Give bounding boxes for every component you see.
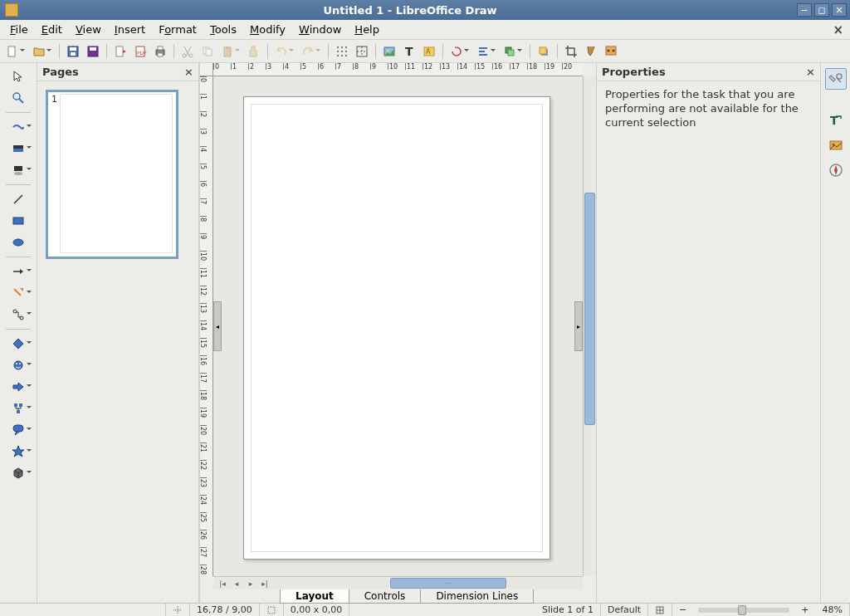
- statusbar: 16,78 / 9,00 0,00 x 0,00 Slide 1 of 1 De…: [0, 603, 850, 616]
- status-blank: [0, 604, 166, 616]
- curve-tool[interactable]: [3, 283, 33, 303]
- fill-color-tool[interactable]: [3, 139, 33, 159]
- vertical-scrollbar[interactable]: [583, 76, 596, 576]
- drawing-page[interactable]: [243, 96, 550, 560]
- helplines-button[interactable]: [353, 42, 371, 61]
- insert-fontwork-button[interactable]: A: [420, 42, 438, 61]
- shadow-button[interactable]: [535, 42, 553, 61]
- menu-format[interactable]: Format: [152, 22, 203, 37]
- block-arrows-tool[interactable]: [3, 377, 33, 397]
- menu-view[interactable]: View: [69, 22, 108, 37]
- export-button[interactable]: [111, 42, 129, 61]
- close-window-button[interactable]: ✕: [832, 3, 847, 17]
- sidebar-navigator-icon[interactable]: [825, 159, 847, 181]
- open-button[interactable]: [30, 42, 48, 61]
- clone-format-button[interactable]: [245, 42, 263, 61]
- grid-button[interactable]: [333, 42, 351, 61]
- standard-toolbar: PDF T A: [0, 40, 850, 63]
- flowchart-tool[interactable]: [3, 398, 33, 418]
- zoom-in-icon[interactable]: +: [794, 604, 815, 616]
- collapse-right-handle[interactable]: ▸: [574, 301, 583, 351]
- horizontal-ruler[interactable]: 01234567891011121314151617181920: [213, 63, 583, 76]
- copy-button[interactable]: [198, 42, 217, 61]
- export-pdf-button[interactable]: PDF: [131, 42, 149, 61]
- redo-button[interactable]: [299, 42, 317, 61]
- svg-rect-49: [14, 166, 22, 171]
- svg-rect-10: [158, 46, 163, 50]
- gluepoints-button[interactable]: [602, 42, 620, 61]
- page-thumbnail[interactable]: 1: [46, 90, 178, 259]
- insert-text-button[interactable]: T: [400, 42, 418, 61]
- zoom-out-icon[interactable]: −: [672, 604, 693, 616]
- menu-tools[interactable]: Tools: [203, 22, 243, 37]
- svg-text:T: T: [405, 45, 413, 58]
- basic-shapes-tool[interactable]: [3, 334, 33, 354]
- rectangle-tool[interactable]: [3, 211, 33, 231]
- vertical-ruler[interactable]: 0123456789101112131415161718192021222324…: [200, 76, 213, 576]
- ellipse-tool[interactable]: [3, 232, 33, 252]
- properties-panel: Properties × Properties for the task tha…: [596, 63, 820, 603]
- insert-image-button[interactable]: [380, 42, 398, 61]
- menu-window[interactable]: Window: [292, 22, 348, 37]
- menu-modify[interactable]: Modify: [243, 22, 292, 37]
- close-document-button[interactable]: ×: [833, 22, 843, 37]
- horizontal-scrollbar[interactable]: ⋯: [274, 577, 583, 589]
- sidebar-gallery-icon[interactable]: [825, 134, 847, 156]
- star-tool[interactable]: [3, 442, 33, 462]
- svg-point-21: [337, 51, 339, 52]
- next-page-button[interactable]: ▸: [245, 579, 256, 589]
- pages-panel-title: Pages: [42, 66, 79, 78]
- crop-button[interactable]: [562, 42, 580, 61]
- undo-button[interactable]: [272, 42, 291, 61]
- filter-button[interactable]: [582, 42, 600, 61]
- zoom-percent[interactable]: 48%: [816, 604, 850, 616]
- cut-button[interactable]: [178, 42, 197, 61]
- select-tool[interactable]: [3, 66, 33, 86]
- minimize-button[interactable]: −: [797, 3, 812, 17]
- sidebar-styles-icon[interactable]: T: [825, 110, 847, 131]
- connector-tool[interactable]: [3, 305, 33, 325]
- zoom-slider[interactable]: [698, 608, 789, 613]
- symbol-shapes-tool[interactable]: [3, 355, 33, 375]
- menu-file[interactable]: File: [3, 22, 35, 37]
- svg-point-43: [608, 49, 610, 51]
- collapse-left-handle[interactable]: ◂: [213, 301, 222, 351]
- align-button[interactable]: [474, 42, 492, 61]
- svg-rect-11: [158, 53, 163, 56]
- line-tool[interactable]: [3, 189, 33, 209]
- pages-panel-header: Pages ×: [37, 63, 198, 81]
- arrange-button[interactable]: [501, 42, 519, 61]
- print-button[interactable]: [151, 42, 169, 61]
- canvas-viewport[interactable]: ◂ ▸: [213, 76, 583, 576]
- tab-controls[interactable]: Controls: [349, 589, 422, 604]
- sidebar-properties-icon[interactable]: [825, 68, 847, 90]
- svg-line-46: [19, 99, 23, 103]
- slide-count[interactable]: Slide 1 of 1: [535, 604, 601, 616]
- tab-dimension-lines[interactable]: Dimension Lines: [420, 589, 534, 604]
- menu-insert[interactable]: Insert: [108, 22, 152, 37]
- save-as-button[interactable]: [84, 42, 102, 61]
- callout-tool[interactable]: [3, 420, 33, 440]
- svg-rect-5: [90, 47, 96, 51]
- rotate-button[interactable]: [447, 42, 466, 61]
- menu-edit[interactable]: Edit: [35, 22, 69, 37]
- arrow-tool[interactable]: [3, 262, 33, 281]
- pages-panel-close-icon[interactable]: ×: [184, 66, 193, 78]
- prev-page-button[interactable]: ◂: [231, 579, 242, 589]
- page-style[interactable]: Default: [601, 604, 648, 616]
- menu-help[interactable]: Help: [348, 22, 386, 37]
- maximize-button[interactable]: ◻: [814, 3, 829, 17]
- paste-button[interactable]: [218, 42, 237, 61]
- line-color-tool[interactable]: [3, 117, 33, 137]
- save-button[interactable]: [64, 42, 82, 61]
- tab-layout[interactable]: Layout: [280, 589, 349, 604]
- last-page-button[interactable]: ▸|: [259, 579, 271, 589]
- new-button[interactable]: [3, 42, 22, 61]
- zoom-tool[interactable]: [3, 88, 33, 108]
- first-page-button[interactable]: |◂: [217, 579, 228, 589]
- properties-panel-close-icon[interactable]: ×: [806, 66, 815, 78]
- shadow-tool[interactable]: [3, 160, 33, 180]
- properties-panel-header: Properties ×: [597, 63, 820, 81]
- fit-page-icon[interactable]: [648, 604, 672, 616]
- 3d-tool[interactable]: [3, 463, 33, 483]
